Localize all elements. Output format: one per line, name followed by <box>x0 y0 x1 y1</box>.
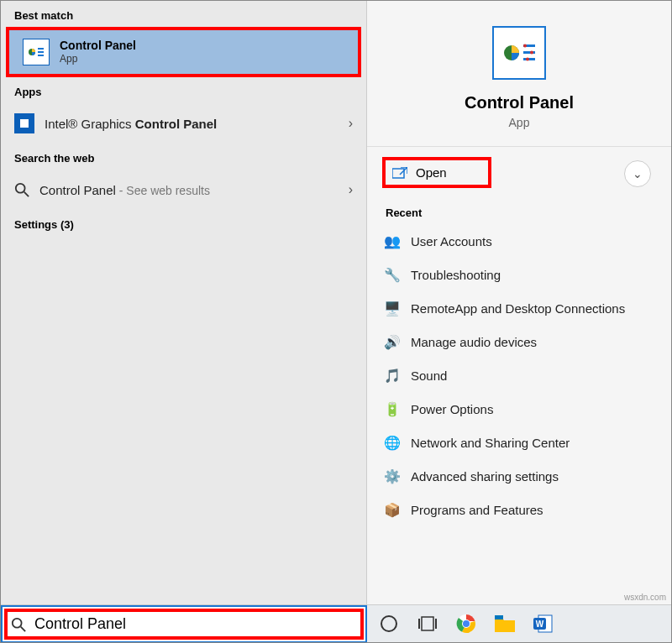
search-icon <box>11 617 26 632</box>
web-result[interactable]: Control Panel - See web results › <box>1 170 366 210</box>
svg-point-16 <box>526 58 529 61</box>
open-action[interactable]: Open <box>382 157 491 188</box>
recent-item-audio[interactable]: 🔊Manage audio devices <box>384 325 654 358</box>
taskbar-search-box[interactable] <box>1 605 367 643</box>
web-result-label: Control Panel - See web results <box>39 183 210 197</box>
best-match-header: Best match <box>1 1 366 27</box>
word-icon[interactable]: W <box>532 612 555 635</box>
best-match-result[interactable]: Control Panel App <box>6 27 361 77</box>
svg-text:W: W <box>536 619 544 629</box>
search-web-header: Search the web <box>1 144 366 170</box>
open-icon <box>392 167 407 179</box>
expand-button[interactable]: ⌄ <box>624 160 651 187</box>
svg-point-18 <box>13 618 22 627</box>
recent-header: Recent <box>367 198 671 224</box>
chevron-right-icon[interactable]: › <box>349 116 353 131</box>
intel-graphics-icon <box>14 113 34 133</box>
svg-rect-21 <box>418 619 420 629</box>
best-match-title: Control Panel <box>60 38 136 53</box>
details-panel: Control Panel App Open ⌄ Recent 👥User Ac… <box>367 1 671 605</box>
user-accounts-icon: 👥 <box>384 233 401 249</box>
svg-rect-27 <box>495 615 503 619</box>
file-explorer-icon[interactable] <box>493 612 517 635</box>
recent-item-sound[interactable]: 🎵Sound <box>384 358 654 392</box>
svg-rect-4 <box>38 55 44 56</box>
svg-rect-2 <box>38 48 44 50</box>
task-view-icon[interactable] <box>416 612 439 635</box>
svg-rect-3 <box>38 51 44 53</box>
details-subtitle: App <box>367 116 671 129</box>
recent-item-network[interactable]: 🌐Network and Sharing Center <box>384 426 654 459</box>
search-results-panel: Best match Control Panel App Apps Intel®… <box>1 1 367 605</box>
recent-item-remoteapp[interactable]: 🖥️RemoteApp and Desktop Connections <box>384 291 654 325</box>
svg-line-19 <box>21 626 25 630</box>
svg-point-26 <box>463 620 470 627</box>
svg-line-8 <box>24 192 29 196</box>
control-panel-icon <box>23 39 50 65</box>
taskbar: W <box>367 605 671 642</box>
remoteapp-icon: 🖥️ <box>384 300 401 316</box>
open-label: Open <box>416 165 447 180</box>
watermark: wsxdn.com <box>624 593 666 602</box>
svg-rect-22 <box>422 617 433 630</box>
recent-item-programs[interactable]: 📦Programs and Features <box>384 493 654 526</box>
programs-icon: 📦 <box>384 501 401 518</box>
svg-point-7 <box>16 184 25 193</box>
cortana-icon[interactable] <box>377 612 401 635</box>
svg-point-20 <box>381 616 396 631</box>
settings-header[interactable]: Settings (3) <box>1 210 366 236</box>
svg-rect-17 <box>392 169 404 178</box>
svg-point-15 <box>530 51 533 55</box>
details-title: Control Panel <box>367 93 671 112</box>
svg-point-14 <box>523 44 527 48</box>
best-match-subtitle: App <box>60 53 136 66</box>
app-result-label: Intel® Graphics Control Panel <box>45 117 217 131</box>
recent-item-user-accounts[interactable]: 👥User Accounts <box>384 224 654 258</box>
sharing-icon: ⚙️ <box>384 468 401 484</box>
network-icon: 🌐 <box>384 434 401 451</box>
recent-item-troubleshooting[interactable]: 🔧Troubleshooting <box>384 258 654 291</box>
chevron-down-icon: ⌄ <box>633 167 643 180</box>
sound-icon: 🎵 <box>384 367 401 384</box>
recent-item-power[interactable]: 🔋Power Options <box>384 392 654 426</box>
app-result-intel-graphics[interactable]: Intel® Graphics Control Panel › <box>1 103 366 144</box>
svg-rect-6 <box>20 119 29 128</box>
chevron-right-icon[interactable]: › <box>349 182 353 197</box>
audio-icon: 🔊 <box>384 333 401 350</box>
search-icon <box>14 182 29 197</box>
recent-item-sharing[interactable]: ⚙️Advanced sharing settings <box>384 459 654 493</box>
troubleshooting-icon: 🔧 <box>384 266 401 283</box>
svg-rect-23 <box>435 619 437 629</box>
apps-header: Apps <box>1 77 366 103</box>
power-icon: 🔋 <box>384 400 401 417</box>
chrome-icon[interactable] <box>454 612 478 635</box>
recent-list: 👥User Accounts 🔧Troubleshooting 🖥️Remote… <box>367 224 671 526</box>
control-panel-large-icon <box>492 26 546 80</box>
search-input[interactable] <box>34 615 357 633</box>
